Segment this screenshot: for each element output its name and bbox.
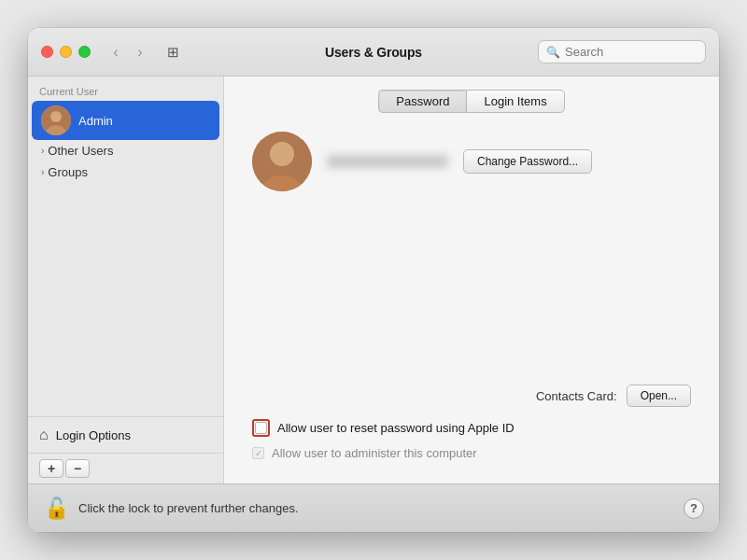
admin-computer-row: ✓ Allow user to administer this computer — [224, 441, 719, 465]
login-options-label: Login Options — [56, 428, 131, 442]
panel-spacer — [224, 201, 719, 377]
bottom-text: Click the lock to prevent further change… — [78, 501, 674, 515]
tab-password[interactable]: Password — [378, 90, 466, 113]
grid-icon[interactable]: ⊞ — [167, 44, 179, 61]
current-user-label: Current User — [28, 77, 223, 101]
reset-password-row: Allow user to reset password using Apple… — [224, 414, 719, 441]
admin-computer-checkbox: ✓ — [252, 447, 264, 459]
bottom-spacer — [224, 465, 719, 483]
reset-password-label: Allow user to reset password using Apple… — [277, 421, 514, 435]
sidebar-spacer — [28, 183, 223, 416]
traffic-lights — [41, 46, 91, 58]
user-name-display — [327, 155, 448, 168]
tab-login-items[interactable]: Login Items — [466, 90, 564, 113]
user-avatar-large — [252, 132, 312, 191]
reset-password-checkbox-wrapper — [252, 419, 270, 437]
contacts-row: Contacts Card: Open... — [224, 377, 719, 414]
search-input[interactable] — [565, 45, 698, 59]
chevron-icon: › — [41, 146, 44, 156]
sidebar: Current User Admin › Other Users › Group… — [28, 77, 224, 483]
nav-buttons: ‹ › — [106, 42, 150, 63]
add-user-button[interactable]: + — [39, 459, 63, 478]
avatar — [41, 105, 71, 135]
checkmark-icon: ✓ — [255, 448, 262, 458]
lock-icon: 🔓 — [44, 497, 69, 521]
sidebar-item-other-users[interactable]: › Other Users — [32, 140, 219, 161]
user-info-row: Change Password... — [224, 122, 719, 201]
maximize-button[interactable] — [78, 46, 91, 58]
svg-point-4 — [270, 142, 294, 166]
window-title: Users & Groups — [325, 45, 422, 60]
admin-computer-label: Allow user to administer this computer — [272, 446, 477, 460]
sidebar-item-admin[interactable]: Admin — [32, 101, 219, 140]
lock-icon-container[interactable]: 🔓 — [43, 496, 69, 522]
right-panel: Password Login Items Change Password... — [224, 77, 719, 483]
contacts-label: Contacts Card: — [536, 389, 617, 403]
sidebar-item-groups[interactable]: › Groups — [32, 161, 219, 183]
chevron-icon: › — [41, 167, 44, 177]
help-button[interactable]: ? — [684, 498, 704, 519]
titlebar: ‹ › ⊞ Users & Groups 🔍 — [28, 28, 719, 77]
main-window: ‹ › ⊞ Users & Groups 🔍 Current User — [28, 28, 719, 532]
main-content: Current User Admin › Other Users › Group… — [28, 77, 719, 483]
bottom-bar: 🔓 Click the lock to prevent further chan… — [28, 483, 719, 532]
admin-label: Admin — [78, 114, 113, 128]
search-box[interactable]: 🔍 — [538, 40, 706, 63]
other-users-label: Other Users — [48, 144, 113, 158]
house-icon: ⌂ — [39, 427, 49, 443]
tab-bar: Password Login Items — [224, 77, 719, 122]
open-contacts-button[interactable]: Open... — [627, 385, 691, 407]
sidebar-actions: + − — [28, 453, 223, 483]
svg-point-1 — [50, 111, 62, 122]
minimize-button[interactable] — [60, 46, 72, 58]
groups-label: Groups — [48, 165, 88, 179]
search-icon: 🔍 — [546, 46, 560, 59]
close-button[interactable] — [41, 46, 53, 58]
change-password-button[interactable]: Change Password... — [463, 149, 592, 174]
login-options-button[interactable]: ⌂ Login Options — [28, 416, 223, 453]
remove-user-button[interactable]: − — [65, 459, 90, 478]
forward-button[interactable]: › — [130, 42, 150, 63]
reset-password-checkbox[interactable] — [255, 422, 267, 434]
back-button[interactable]: ‹ — [106, 42, 126, 63]
